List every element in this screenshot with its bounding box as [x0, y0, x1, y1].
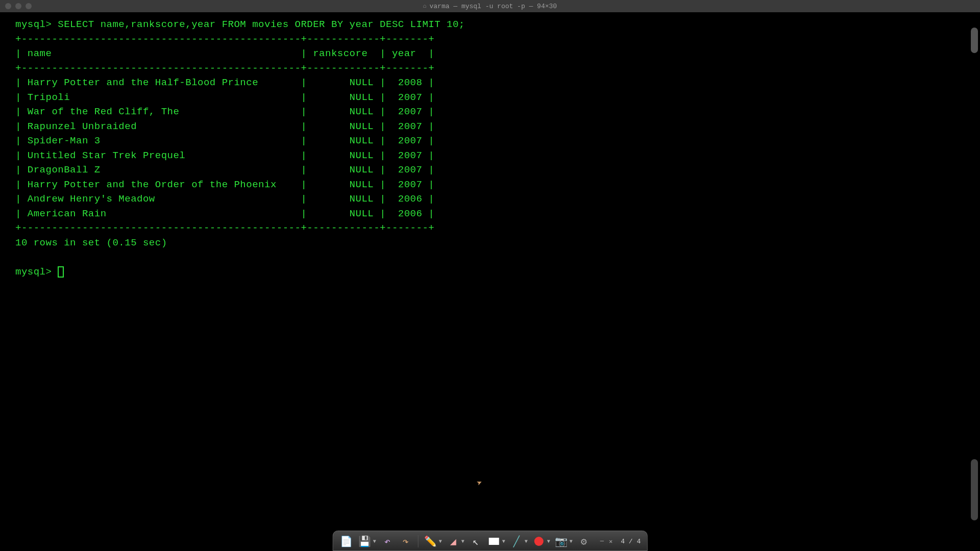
home-icon: ⌂: [423, 3, 427, 9]
rect-icon: [487, 534, 501, 548]
tool-redo[interactable]: ↷: [399, 534, 413, 548]
record-icon: [532, 534, 546, 548]
minimize-button[interactable]: [15, 3, 21, 9]
separator: [418, 535, 419, 547]
close-button[interactable]: [5, 3, 11, 9]
eraser-icon: ◢: [446, 534, 460, 548]
chevron-down-icon[interactable]: ▼: [570, 539, 573, 544]
chevron-down-icon[interactable]: ▼: [547, 539, 550, 544]
window-title: ⌂ varma — mysql -u root -p — 94×30: [423, 3, 557, 10]
tool-line[interactable]: ╱ ▼: [509, 534, 528, 548]
tool-rect[interactable]: ▼: [487, 534, 505, 548]
scrollbar-thumb[interactable]: [971, 28, 978, 53]
tool-new[interactable]: 📄: [339, 534, 354, 548]
tool-undo[interactable]: ↶: [380, 534, 395, 548]
mouse-cursor-icon: ➤: [475, 476, 486, 491]
chevron-down-icon[interactable]: ▼: [439, 539, 442, 544]
chevron-down-icon[interactable]: ▼: [373, 539, 376, 544]
gear-icon: ⚙: [577, 534, 591, 548]
terminal-area[interactable]: mysql> SELECT name,rankscore,year FROM m…: [0, 12, 980, 551]
traffic-lights: [5, 3, 32, 9]
redo-icon: ↷: [399, 534, 413, 548]
line-icon: ╱: [509, 534, 524, 548]
title-text: varma — mysql -u root -p — 94×30: [429, 3, 557, 10]
tool-record[interactable]: ▼: [532, 534, 550, 548]
tool-settings[interactable]: ⚙: [577, 534, 591, 548]
chevron-down-icon[interactable]: ▼: [525, 539, 528, 544]
annotation-toolbar: 📄 💾 ▼ ↶ ↷ ✏️ ▼ ◢ ▼ ↖ ▼ ╱ ▼ ▼ 📷 ▼ ⚙ — ✕: [333, 531, 648, 551]
camera-icon: 📷: [554, 534, 569, 548]
minimize-toolbar[interactable]: —: [600, 538, 604, 545]
chevron-down-icon[interactable]: ▼: [502, 539, 505, 544]
window-titlebar: ⌂ varma — mysql -u root -p — 94×30: [0, 0, 980, 12]
undo-icon: ↶: [380, 534, 395, 548]
tool-save[interactable]: 💾 ▼: [358, 534, 376, 548]
terminal-cursor: [58, 266, 64, 278]
terminal-output: mysql> SELECT name,rankscore,year FROM m…: [15, 17, 965, 279]
pencil-icon: ✏️: [424, 534, 438, 548]
new-icon: 📄: [339, 534, 354, 548]
chevron-down-icon[interactable]: ▼: [461, 539, 464, 544]
pointer-icon: ↖: [469, 534, 483, 548]
tool-pointer[interactable]: ↖: [469, 534, 483, 548]
page-counter: 4 / 4: [621, 538, 641, 545]
close-toolbar[interactable]: ✕: [609, 538, 612, 545]
scrollbar-thumb-lower[interactable]: [971, 459, 978, 520]
maximize-button[interactable]: [26, 3, 32, 9]
tool-camera[interactable]: 📷 ▼: [554, 534, 573, 548]
tool-pencil[interactable]: ✏️ ▼: [424, 534, 442, 548]
save-icon: 💾: [358, 534, 372, 548]
tool-eraser[interactable]: ◢ ▼: [446, 534, 464, 548]
